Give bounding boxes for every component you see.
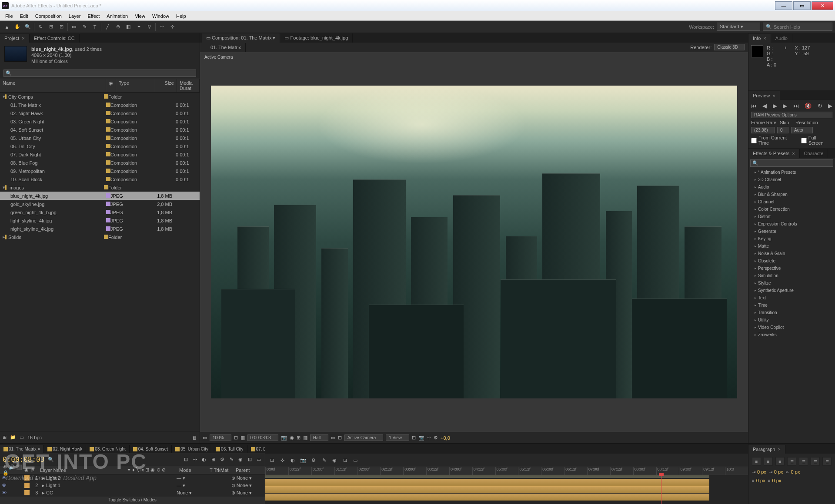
project-item[interactable]: 06. Tall CityComposition0:00:1 [0,142,200,150]
tl-tool-icon[interactable]: ⊹ [278,458,286,463]
type-tool-icon[interactable]: T [90,23,99,31]
effect-category[interactable]: Synthetic Aperture [748,287,835,294]
timeline-tab[interactable]: 03. Green Night [86,445,130,453]
project-item[interactable]: 01. The MatrixComposition0:00:1 [0,101,200,109]
pan-behind-tool-icon[interactable]: ⊡ [57,23,66,31]
first-frame-icon[interactable]: ⏮ [751,103,757,109]
new-folder-icon[interactable]: 📁 [10,434,16,440]
layer-bar[interactable] [265,494,709,501]
workspace-dropdown[interactable]: Standard ▾ [717,23,760,31]
local-axis-icon[interactable]: ⊹ [157,23,166,31]
project-item[interactable]: 02. Night HawkComposition0:00:1 [0,109,200,117]
project-item[interactable]: light_skyline_4k.jpgJPEG1,8 MB [0,216,200,225]
close-tab-icon[interactable]: × [22,36,24,41]
effect-category[interactable]: Time [748,302,835,309]
playhead[interactable] [661,475,661,504]
maximize-button[interactable]: ▭ [793,1,811,10]
selection-tool-icon[interactable]: ▲ [3,23,11,31]
effect-category[interactable]: Noise & Grain [748,250,835,257]
label-column-icon[interactable]: ◉ [106,79,116,92]
tl-tool-icon[interactable]: ✎ [320,458,328,463]
time-display[interactable]: 0:00:08:03 [247,434,278,441]
tab-character[interactable]: Characte [800,149,828,158]
search-icon[interactable]: 🔍 [48,457,54,462]
project-item[interactable]: 07. Dark NightComposition0:00:1 [0,150,200,159]
pen-tool-icon[interactable]: ✎ [80,23,89,31]
rotate-tool-icon[interactable]: ↻ [36,23,45,31]
effect-category[interactable]: Channel [748,198,835,206]
tl-icon[interactable]: ⚙ [219,457,226,462]
zoom-dropdown[interactable]: 100% [210,434,231,441]
roto-tool-icon[interactable]: ✦ [134,23,143,31]
tl-icon[interactable]: ◉ [237,457,244,462]
tab-composition[interactable]: ▭ Composition: 01. The Matrix ▾ [202,33,280,43]
prev-frame-icon[interactable]: ◀ [762,103,767,109]
menu-edit[interactable]: Edit [17,13,32,19]
world-axis-icon[interactable]: ⊹ [168,23,177,31]
menu-file[interactable]: File [2,13,17,19]
tl-icon[interactable]: ✎ [228,457,235,462]
tl-tool-icon[interactable]: ⊡ [341,458,349,463]
rect-tool-icon[interactable]: ▭ [70,23,78,31]
effects-list[interactable]: * Animation Presets3D ChannelAudioBlur &… [748,169,835,443]
work-area[interactable] [265,475,709,478]
effect-category[interactable]: Distort [748,213,835,220]
toggle-switches-button[interactable]: Toggle Switches / Modes [0,497,265,504]
align-left-button[interactable]: ≡ [752,457,761,466]
tl-icon[interactable]: ⊞ [210,457,217,462]
effect-category[interactable]: Utility [748,316,835,324]
tl-tool-icon[interactable]: ⊡ [268,458,276,463]
justify-left-button[interactable]: ≣ [787,457,796,466]
timeline-tab[interactable]: 01. The Matrix × [0,445,44,453]
space-before-input[interactable]: ≡0 px [752,478,765,483]
tab-project[interactable]: Project× [0,34,30,43]
effect-category[interactable]: Matte [748,242,835,250]
minimize-button[interactable]: — [775,1,792,10]
tl-icon[interactable]: ⊡ [182,457,189,462]
justify-all-button[interactable]: ≣ [822,457,832,466]
project-item[interactable]: 05. Urban CityComposition0:00:1 [0,134,200,142]
layer-bar[interactable] [265,479,709,486]
mute-icon[interactable]: 🔇 [805,103,812,109]
project-item[interactable]: ▾ImagesFolder [0,183,200,192]
timeline-tab[interactable]: 06. Tall City [212,445,247,453]
menu-composition[interactable]: Composition [32,13,65,19]
effect-category[interactable]: 3D Channel [748,176,835,183]
effect-category[interactable]: Stylize [748,279,835,287]
timeline-layer[interactable]: 👁3▸ CCNone ▾⊚ None ▾ [0,489,265,497]
camera-tool-icon[interactable]: ⊞ [47,23,55,31]
menu-animation[interactable]: Animation [103,13,131,19]
effect-category[interactable]: * Animation Presets [748,169,835,176]
indent-right-input[interactable]: ⇤0 px [786,469,800,474]
project-item[interactable]: ▸SolidsFolder [0,233,200,241]
bpc-toggle[interactable]: 16 bpc [27,435,42,440]
effect-category[interactable]: Transition [748,309,835,316]
timeline-layers[interactable]: 👁1▸ Light 2— ▾⊚ None ▾👁2▸ Light 1— ▾⊚ No… [0,474,265,497]
puppet-tool-icon[interactable]: ⚲ [145,23,154,31]
justify-right-button[interactable]: ≣ [811,457,820,466]
view-dropdown[interactable]: Active Camera [344,434,384,441]
timeline-timecode[interactable]: 0:00:08:03 [3,455,44,464]
ram-preview-icon[interactable]: ▶ [828,103,832,109]
tab-effect-controls[interactable]: Effect Controls: CC [30,34,80,43]
project-search-input[interactable]: 🔍 [3,70,196,77]
effects-search-input[interactable]: 🔍 [750,159,833,167]
loop-icon[interactable]: ↻ [818,103,822,109]
tab-footage[interactable]: ▭ Footage: blue_night_4k.jpg [280,33,353,43]
timeline-tab[interactable]: 05. Urban City [172,445,212,453]
resolution-icon[interactable]: ⊡ [234,435,238,441]
tab-preview[interactable]: Preview× [748,91,780,100]
effect-category[interactable]: Color Correction [748,206,835,213]
framerate-dropdown[interactable]: (23,98) [751,127,775,133]
project-item[interactable]: blue_night_4k.jpgJPEG1,8 MB [0,192,200,200]
tl-tool-icon[interactable]: ◉ [331,458,338,463]
effect-category[interactable]: Perspective [748,265,835,272]
project-item[interactable]: gold_skyline.jpgJPEG2,0 MB [0,200,200,208]
skip-dropdown[interactable]: 0 [777,127,788,133]
timeline-tab[interactable]: 04. Soft Sunset [130,445,172,453]
tl-icon[interactable]: ◐ [200,457,207,462]
tl-icon[interactable]: ⊡ [246,457,253,462]
interpret-footage-icon[interactable]: ⊞ [3,434,7,440]
zoom-tool-icon[interactable]: 🔍 [23,23,32,31]
project-item[interactable]: 03. Green NightComposition0:00:1 [0,117,200,126]
